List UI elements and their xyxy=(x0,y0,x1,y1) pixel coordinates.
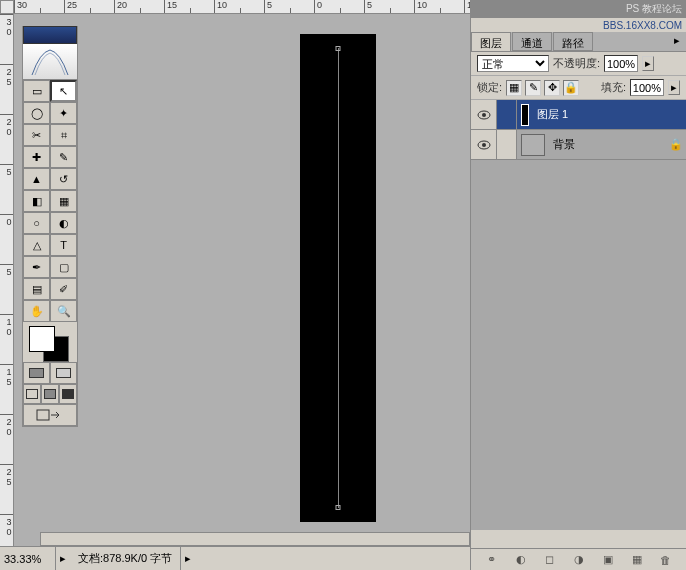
layer-name[interactable]: 背景 xyxy=(549,137,666,152)
quickmask-mode[interactable] xyxy=(50,362,77,384)
info-menu-icon[interactable]: ▸ xyxy=(181,552,195,565)
layer-row[interactable]: 图层 1 xyxy=(471,100,686,130)
blend-mode-select[interactable]: 正常 xyxy=(477,55,549,72)
tab-layers[interactable]: 图层 xyxy=(471,32,511,51)
tab-channels[interactable]: 通道 xyxy=(512,32,552,51)
toolbox-titlebar[interactable] xyxy=(23,26,77,44)
path-line xyxy=(338,48,339,508)
edit-cell xyxy=(497,130,517,159)
standard-mode[interactable] xyxy=(23,362,50,384)
lock-all-icon[interactable]: 🔒 xyxy=(563,80,579,96)
fill-slider-icon[interactable]: ▸ xyxy=(668,80,680,95)
svg-point-2 xyxy=(482,113,486,117)
toolbox: ▭↖◯✦✂⌗✚✎▲↺◧▦○◐△T✒▢▤✐✋🔍 xyxy=(22,26,78,427)
opacity-slider-icon[interactable]: ▸ xyxy=(642,56,654,71)
visibility-icon[interactable] xyxy=(471,130,497,159)
lock-label: 锁定: xyxy=(477,80,502,95)
marquee-tool[interactable]: ▭ xyxy=(23,80,50,102)
zoom-level[interactable]: 33.33% xyxy=(0,547,56,570)
layer-name[interactable]: 图层 1 xyxy=(533,107,686,122)
status-menu-icon[interactable]: ▸ xyxy=(56,552,70,565)
gradient-tool[interactable]: ▦ xyxy=(50,190,77,212)
opacity-label: 不透明度: xyxy=(553,56,600,71)
blur-tool[interactable]: ○ xyxy=(23,212,50,234)
status-bar: 33.33% ▸ 文档:878.9K/0 字节 ▸ xyxy=(0,546,470,570)
jump-to-button[interactable] xyxy=(23,404,77,426)
ruler-vertical: 3025205051015202530 xyxy=(0,14,14,546)
brush-tool[interactable]: ✎ xyxy=(50,146,77,168)
hand-tool[interactable]: ✋ xyxy=(23,300,50,322)
layer-thumbnail[interactable] xyxy=(521,104,529,126)
new-layer-icon[interactable]: ▦ xyxy=(627,552,647,568)
screen-standard[interactable] xyxy=(23,384,41,404)
new-group-icon[interactable]: ▣ xyxy=(598,552,618,568)
pen-tool[interactable]: ✒ xyxy=(23,256,50,278)
layer-mask-icon[interactable]: ◻ xyxy=(540,552,560,568)
layer-style-icon[interactable]: ◐ xyxy=(511,552,531,568)
panel-tabs: 图层 通道 路径 ▸ xyxy=(471,32,686,52)
eraser-tool[interactable]: ◧ xyxy=(23,190,50,212)
panel-watermark-top: PS 教程论坛 xyxy=(471,0,686,18)
crop-tool[interactable]: ✂ xyxy=(23,124,50,146)
app-logo xyxy=(23,44,77,80)
slice-tool[interactable]: ⌗ xyxy=(50,124,77,146)
layers-panel: PS 教程论坛 BBS.16XX8.COM 图层 通道 路径 ▸ 正常 不透明度… xyxy=(470,0,686,570)
fill-label: 填充: xyxy=(601,80,626,95)
lock-icon: 🔒 xyxy=(666,138,686,151)
transform-handle-top[interactable] xyxy=(336,46,341,51)
delete-layer-icon[interactable]: 🗑 xyxy=(656,552,676,568)
visibility-icon[interactable] xyxy=(471,100,497,129)
layer-list: 图层 1背景🔒 xyxy=(471,100,686,530)
link-layers-icon[interactable]: ⚭ xyxy=(482,552,502,568)
type-tool[interactable]: T xyxy=(50,234,77,256)
layer-panel-footer: ⚭ ◐ ◻ ◑ ▣ ▦ 🗑 xyxy=(471,548,686,570)
ruler-origin[interactable] xyxy=(0,0,14,14)
svg-rect-0 xyxy=(37,410,49,420)
fill-input[interactable] xyxy=(630,79,664,96)
fill-adjust-icon[interactable]: ◑ xyxy=(569,552,589,568)
layer-thumbnail[interactable] xyxy=(521,134,545,156)
screen-full[interactable] xyxy=(59,384,77,404)
move-tool[interactable]: ↖ xyxy=(50,80,77,102)
transform-handle-bottom[interactable] xyxy=(336,505,341,510)
layer-row[interactable]: 背景🔒 xyxy=(471,130,686,160)
foreground-color[interactable] xyxy=(29,326,55,352)
lock-transparency-icon[interactable]: ▦ xyxy=(506,80,522,96)
lock-move-icon[interactable]: ✥ xyxy=(544,80,560,96)
canvas-object[interactable] xyxy=(300,34,376,522)
svg-point-4 xyxy=(482,143,486,147)
horizontal-scrollbar[interactable] xyxy=(40,532,470,546)
panel-watermark-url: BBS.16XX8.COM xyxy=(471,18,686,32)
notes-tool[interactable]: ▤ xyxy=(23,278,50,300)
path-tool[interactable]: △ xyxy=(23,234,50,256)
tab-paths[interactable]: 路径 xyxy=(553,32,593,51)
document-info: 文档:878.9K/0 字节 xyxy=(70,547,181,570)
stamp-tool[interactable]: ▲ xyxy=(23,168,50,190)
eyedropper-tool[interactable]: ✐ xyxy=(50,278,77,300)
color-swatches[interactable] xyxy=(23,322,77,362)
heal-tool[interactable]: ✚ xyxy=(23,146,50,168)
shape-tool[interactable]: ▢ xyxy=(50,256,77,278)
dodge-tool[interactable]: ◐ xyxy=(50,212,77,234)
opacity-input[interactable] xyxy=(604,55,638,72)
edit-cell xyxy=(497,100,517,129)
history-brush-tool[interactable]: ↺ xyxy=(50,168,77,190)
lasso-tool[interactable]: ◯ xyxy=(23,102,50,124)
lock-paint-icon[interactable]: ✎ xyxy=(525,80,541,96)
canvas-area[interactable] xyxy=(14,14,470,546)
panel-menu-icon[interactable]: ▸ xyxy=(668,32,686,51)
wand-tool[interactable]: ✦ xyxy=(50,102,77,124)
screen-full-menu[interactable] xyxy=(41,384,59,404)
zoom-tool[interactable]: 🔍 xyxy=(50,300,77,322)
